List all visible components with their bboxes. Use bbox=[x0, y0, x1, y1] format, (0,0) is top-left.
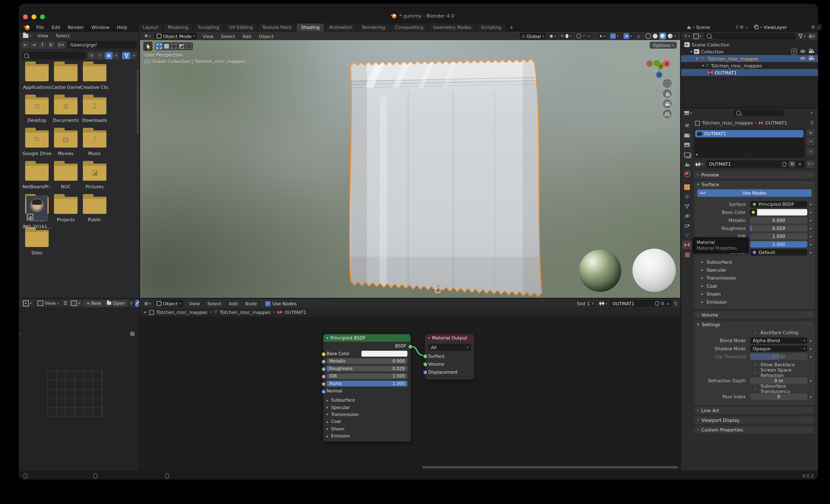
fake-user-shield-icon[interactable] bbox=[783, 162, 787, 166]
outliner-row[interactable]: ▾▽Tütchen_rissc_mappes bbox=[681, 55, 818, 62]
editor-type-viewport[interactable]: ✥▾ bbox=[143, 33, 152, 39]
node-slider[interactable]: Metallic0.000 bbox=[327, 358, 407, 364]
use-nodes-checkbox[interactable]: ✓ Use Nodes bbox=[265, 301, 297, 306]
viewlayer-selector[interactable]: ▾ ViewLayer ⧉ × bbox=[752, 24, 822, 31]
node-input-normal[interactable]: Normal bbox=[327, 388, 407, 394]
node-output-bsdf[interactable]: BSDF bbox=[327, 343, 407, 349]
output-input-surface[interactable]: Surface bbox=[428, 353, 471, 359]
proportional-editing-controls[interactable]: ◠▾ bbox=[575, 33, 591, 39]
shader-editor[interactable]: ◍▾ Object▾ ViewSelectAddNode ✓ Use Nodes… bbox=[140, 299, 680, 470]
tab-texture-paint[interactable]: Texture Paint bbox=[258, 23, 296, 31]
animate-dot-icon[interactable] bbox=[810, 203, 811, 205]
pin-scene-icon[interactable]: ⚲ bbox=[735, 25, 738, 29]
tab-constraints[interactable] bbox=[682, 221, 692, 230]
animate-dot-icon[interactable] bbox=[810, 252, 811, 253]
slider-field[interactable]: 0 bbox=[750, 393, 807, 400]
tab-world[interactable] bbox=[682, 169, 692, 178]
ref-field[interactable]: Principled BSDF bbox=[750, 201, 807, 208]
input-socket[interactable] bbox=[423, 362, 428, 367]
editor-type-shader[interactable]: ◍▾ bbox=[143, 300, 152, 307]
node-input-alpha[interactable]: Alpha1.000 bbox=[327, 381, 407, 386]
move-view-button[interactable] bbox=[663, 89, 672, 98]
new-scene-button[interactable]: ⧉ bbox=[740, 24, 743, 30]
outliner-filter-button[interactable]: ▾ bbox=[797, 33, 807, 39]
use-nodes-button[interactable]: ⧉⇄ Use Nodes bbox=[697, 189, 811, 197]
material-slot-item[interactable]: OUTMAT1 bbox=[695, 130, 804, 137]
material-browse-dropdown[interactable]: ▾ bbox=[694, 160, 704, 168]
breadcrumb-expand-icon[interactable]: ▸ bbox=[145, 310, 146, 314]
folder-item[interactable]: Sites bbox=[23, 230, 51, 256]
tab-object[interactable] bbox=[682, 183, 692, 191]
panel-viewport-display[interactable]: ›Viewport Display∷∷ bbox=[694, 416, 815, 424]
menu-render[interactable]: Render bbox=[64, 25, 88, 30]
up-button[interactable]: ↑ bbox=[38, 41, 46, 49]
snap-controls[interactable]: ∩ ▾ bbox=[559, 33, 573, 39]
node-section-specular[interactable]: ▸Specular bbox=[327, 404, 407, 411]
tab-layout[interactable]: Layout bbox=[138, 23, 162, 31]
path-input[interactable]: /Users/grgr/ bbox=[67, 41, 137, 49]
unlink-material-button[interactable]: × bbox=[798, 161, 802, 167]
folder-item[interactable]: ≣Documents bbox=[51, 97, 80, 123]
new-collection-button[interactable]: ▤+ bbox=[808, 33, 816, 39]
menu-window[interactable]: Window bbox=[88, 25, 113, 30]
animate-dot-icon[interactable] bbox=[810, 348, 811, 349]
white-preview-sphere[interactable] bbox=[633, 249, 676, 292]
slider-field[interactable]: 0 m bbox=[750, 378, 807, 384]
color-swatch[interactable] bbox=[361, 351, 407, 356]
perspective-toggle-button[interactable] bbox=[663, 109, 672, 118]
vp-menu-select[interactable]: Select bbox=[217, 33, 239, 39]
input-socket[interactable] bbox=[423, 354, 428, 359]
color-field[interactable] bbox=[750, 209, 807, 216]
file-browser-scrollbar[interactable] bbox=[137, 69, 138, 134]
pivot-point-selector[interactable]: ◉▾ bbox=[548, 33, 557, 39]
output-input-volume[interactable]: Volume bbox=[428, 361, 471, 367]
tab-animation[interactable]: Animation bbox=[325, 23, 357, 31]
vp-menu-add[interactable]: Add bbox=[239, 33, 255, 39]
tab-material[interactable] bbox=[682, 241, 692, 249]
node-section-subsurface[interactable]: ▸Subsurface bbox=[327, 397, 407, 404]
input-socket[interactable] bbox=[321, 389, 326, 394]
subpanel-specular[interactable]: ▸Specular bbox=[697, 266, 811, 274]
checkbox[interactable] bbox=[752, 386, 758, 391]
tab-tool[interactable]: ⚒ bbox=[682, 121, 692, 130]
hdri-preview-sphere[interactable] bbox=[579, 250, 621, 292]
subpanel-coat[interactable]: ▸Coat bbox=[697, 282, 811, 290]
expander-icon[interactable]: ▾ bbox=[702, 63, 704, 68]
folder-item[interactable]: ◪Pictures bbox=[80, 164, 109, 189]
tab-compositing[interactable]: Compositing bbox=[391, 23, 427, 31]
input-socket[interactable] bbox=[321, 374, 326, 379]
slider-field[interactable]: 0.500 bbox=[750, 353, 807, 360]
checkbox-field[interactable]: Subsurface Translucency bbox=[752, 383, 811, 394]
shading-wireframe-button[interactable] bbox=[645, 33, 651, 39]
slot-selector[interactable]: Slot 1▾ bbox=[574, 300, 596, 307]
fb-menu-view[interactable]: View bbox=[34, 33, 52, 38]
new-image-button[interactable]: + New bbox=[84, 300, 104, 307]
folder-item[interactable]: Castle Game... bbox=[51, 64, 80, 90]
fb-menu-select[interactable]: Select bbox=[52, 33, 73, 38]
tab-rendering[interactable]: Rendering bbox=[358, 23, 389, 31]
close-window-button[interactable] bbox=[23, 14, 28, 19]
material-slot-specials-button[interactable]: ▾ bbox=[807, 148, 815, 155]
copy-material-button[interactable]: ⧉ bbox=[661, 301, 664, 306]
checkbox-field[interactable]: Backface Culling bbox=[752, 330, 811, 336]
folder-item[interactable]: ↧Downloads bbox=[80, 97, 109, 123]
disable-render-camera-icon[interactable] bbox=[808, 49, 814, 55]
refresh-button[interactable]: ↻ bbox=[47, 41, 55, 49]
navigation-gizmo[interactable]: X Y bbox=[646, 55, 674, 82]
input-socket[interactable] bbox=[321, 382, 326, 387]
animate-dot-icon[interactable] bbox=[810, 212, 811, 213]
active-tool-tweak[interactable] bbox=[143, 41, 153, 51]
material-name-field[interactable]: OUTMAT1 ⧉ × bbox=[706, 160, 804, 168]
file-search-input[interactable] bbox=[22, 52, 86, 59]
animate-dot-icon[interactable] bbox=[810, 219, 811, 221]
xray-toggle[interactable]: ▥ bbox=[635, 33, 642, 39]
options-button[interactable]: Options▾ bbox=[650, 42, 677, 49]
select-subtract-button[interactable] bbox=[170, 43, 178, 50]
blender-menu-logo-icon[interactable] bbox=[23, 24, 30, 30]
subpanel-sheen[interactable]: ▸Sheen bbox=[697, 290, 811, 298]
subpanel-emission[interactable]: ▸Emission bbox=[697, 298, 811, 306]
folder-item[interactable]: ♪Music bbox=[80, 130, 109, 156]
tab-texture[interactable] bbox=[682, 250, 692, 259]
transform-orientation-selector[interactable]: ⟂ Global▾ bbox=[519, 33, 546, 39]
properties-options-dropdown[interactable]: ▾ bbox=[807, 109, 816, 116]
